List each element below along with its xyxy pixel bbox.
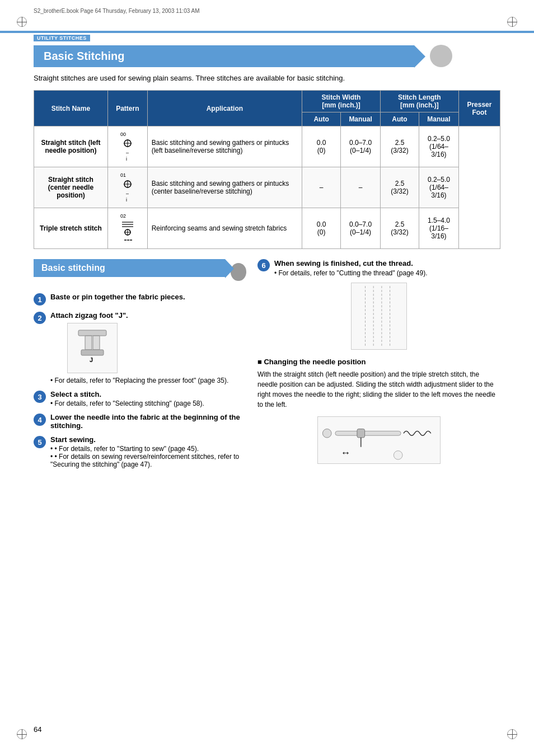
svg-text:J: J bbox=[90, 356, 93, 363]
pattern-1: 00 – i bbox=[107, 126, 147, 167]
svg-point-36 bbox=[394, 451, 402, 460]
step-title-5: Start sewing. bbox=[50, 435, 246, 444]
header-stitch-name: Stitch Name bbox=[34, 91, 108, 126]
svg-text:↔: ↔ bbox=[341, 447, 351, 458]
header-length-auto: Auto bbox=[380, 112, 419, 126]
step-title-1: Baste or pin together the fabric pieces. bbox=[50, 293, 246, 301]
corner-mark-br bbox=[507, 729, 517, 739]
stitch-table: Stitch Name Pattern Application Stitch W… bbox=[34, 90, 500, 249]
width-manual-1: 0.0–7.0(0–1/4) bbox=[341, 126, 381, 167]
width-auto-1: 0.0(0) bbox=[302, 126, 341, 167]
step-5: 5 Start sewing. • For details, refer to … bbox=[34, 435, 246, 468]
table-row: Triple stretch stitch 02 bbox=[34, 208, 500, 249]
step-6-title: When sewing is finished, cut the thread. bbox=[274, 259, 428, 267]
svg-rect-32 bbox=[335, 431, 401, 435]
slider-image-container: ↔ bbox=[257, 416, 500, 464]
header-pattern: Pattern bbox=[107, 91, 147, 126]
length-auto-2: 2.5(3/32) bbox=[380, 167, 419, 208]
step-6-content: When sewing is finished, cut the thread.… bbox=[274, 259, 428, 277]
step-body-2: • For details, refer to "Replacing the p… bbox=[50, 377, 246, 384]
step-title-4: Lower the needle into the fabric at the … bbox=[50, 413, 246, 430]
title-circle-icon bbox=[430, 45, 452, 67]
length-manual-2: 0.2–5.0(1/64–3/16) bbox=[419, 167, 459, 208]
header-stitch-length: Stitch Length[mm (inch.)] bbox=[380, 91, 458, 112]
header-length-manual: Manual bbox=[419, 112, 459, 126]
application-3: Reinforcing seams and sewing stretch fab… bbox=[147, 208, 302, 249]
step-4: 4 Lower the needle into the fabric at th… bbox=[34, 413, 246, 430]
step-2: 2 Attach zigzag foot "J". J bbox=[34, 311, 246, 384]
two-col-layout: Basic stitching 1 Baste or pin together … bbox=[34, 259, 500, 474]
svg-text:–: – bbox=[126, 150, 129, 156]
step-num-6: 6 bbox=[257, 259, 270, 271]
needle-position-title: Changing the needle position bbox=[257, 358, 500, 366]
file-info: S2_brotherE.book Page 64 Thursday, Febru… bbox=[34, 8, 200, 14]
step-content-2: Attach zigzag foot "J". J • For details,… bbox=[50, 311, 246, 384]
application-1: Basic stitching and sewing gathers or pi… bbox=[147, 126, 302, 167]
step-1: 1 Baste or pin together the fabric piece… bbox=[34, 293, 246, 306]
step-title-2: Attach zigzag foot "J". bbox=[50, 311, 246, 320]
step-content-3: Select a stitch. • For details, refer to… bbox=[50, 390, 246, 407]
presser-foot-image: J bbox=[67, 323, 118, 373]
svg-text:i: i bbox=[126, 197, 127, 203]
width-auto-3: 0.0(0) bbox=[302, 208, 341, 249]
svg-text:01: 01 bbox=[120, 172, 126, 178]
svg-text:02: 02 bbox=[120, 213, 126, 219]
step-body-5-line2: • For details on sewing reverse/reinforc… bbox=[50, 453, 246, 468]
svg-rect-24 bbox=[93, 336, 100, 350]
header-stitch-width: Stitch Width[mm (inch.)] bbox=[302, 91, 381, 112]
step-content-5: Start sewing. • For details, refer to "S… bbox=[50, 435, 246, 468]
svg-point-31 bbox=[322, 429, 331, 438]
svg-rect-22 bbox=[78, 330, 106, 336]
svg-text:–: – bbox=[126, 191, 129, 196]
page-title-bar: Basic Stitching bbox=[34, 45, 500, 67]
length-auto-3: 2.5(3/32) bbox=[380, 208, 419, 249]
needle-position-body: With the straight stitch (left needle po… bbox=[257, 369, 500, 410]
step-6-body: • For details, refer to "Cutting the thr… bbox=[274, 269, 428, 277]
width-manual-2: – bbox=[341, 167, 381, 208]
header-application: Application bbox=[147, 91, 302, 126]
stitch-name-3: Triple stretch stitch bbox=[34, 208, 108, 249]
section-title-box: Basic stitching bbox=[34, 259, 225, 277]
length-manual-1: 0.2–5.0(1/64–3/16) bbox=[419, 126, 459, 167]
header-width-manual: Manual bbox=[341, 112, 381, 126]
length-manual-3: 1.5–4.0(1/16–3/16) bbox=[419, 208, 459, 249]
section-label: UTILITY STITCHES bbox=[34, 35, 90, 41]
page-number: 64 bbox=[34, 725, 41, 734]
pattern-3: 02 bbox=[107, 208, 147, 249]
step-body-5-line1: • For details, refer to "Starting to sew… bbox=[50, 445, 246, 453]
header-width-auto: Auto bbox=[302, 112, 341, 126]
svg-text:i: i bbox=[126, 156, 127, 162]
step-6: 6 When sewing is finished, cut the threa… bbox=[257, 259, 500, 277]
application-2: Basic stitching and sewing gathers or pi… bbox=[147, 167, 302, 208]
width-manual-3: 0.0–7.0(0–1/4) bbox=[341, 208, 381, 249]
step-title-3: Select a stitch. bbox=[50, 390, 246, 398]
step-content-4: Lower the needle into the fabric at the … bbox=[50, 413, 246, 430]
pattern-2: 01 – i bbox=[107, 167, 147, 208]
header-presser-foot: PresserFoot bbox=[458, 91, 500, 126]
presser-foot-cell bbox=[458, 126, 500, 249]
stitch-name-1: Straight stitch (left needle position) bbox=[34, 126, 108, 167]
step-content-1: Baste or pin together the fabric pieces. bbox=[50, 293, 246, 301]
main-content: Basic Stitching Straight stitches are us… bbox=[34, 45, 500, 474]
left-column: Basic stitching 1 Baste or pin together … bbox=[34, 259, 246, 474]
table-row: Straight stitch (center needle position)… bbox=[34, 167, 500, 208]
corner-mark-bl bbox=[17, 729, 27, 739]
svg-rect-25 bbox=[81, 350, 104, 355]
corner-mark-tl bbox=[17, 17, 27, 27]
step-num-3: 3 bbox=[34, 391, 46, 403]
step-body-3: • For details, refer to "Selecting stitc… bbox=[50, 400, 246, 407]
length-auto-1: 2.5(3/32) bbox=[380, 126, 419, 167]
corner-mark-tr bbox=[507, 17, 517, 27]
step-num-4: 4 bbox=[34, 414, 46, 426]
thread-cut-image-container bbox=[257, 283, 500, 350]
step-num-5: 5 bbox=[34, 436, 46, 448]
page-title: Basic Stitching bbox=[34, 45, 414, 67]
stitch-name-2: Straight stitch (center needle position) bbox=[34, 167, 108, 208]
right-column: 6 When sewing is finished, cut the threa… bbox=[257, 259, 500, 474]
width-auto-2: – bbox=[302, 167, 341, 208]
top-bar bbox=[0, 31, 534, 33]
table-row: Straight stitch (left needle position) 0… bbox=[34, 126, 500, 167]
page-subtitle: Straight stitches are used for sewing pl… bbox=[34, 74, 500, 82]
needle-position-section: Changing the needle position With the st… bbox=[257, 358, 500, 464]
step-num-2: 2 bbox=[34, 312, 46, 324]
